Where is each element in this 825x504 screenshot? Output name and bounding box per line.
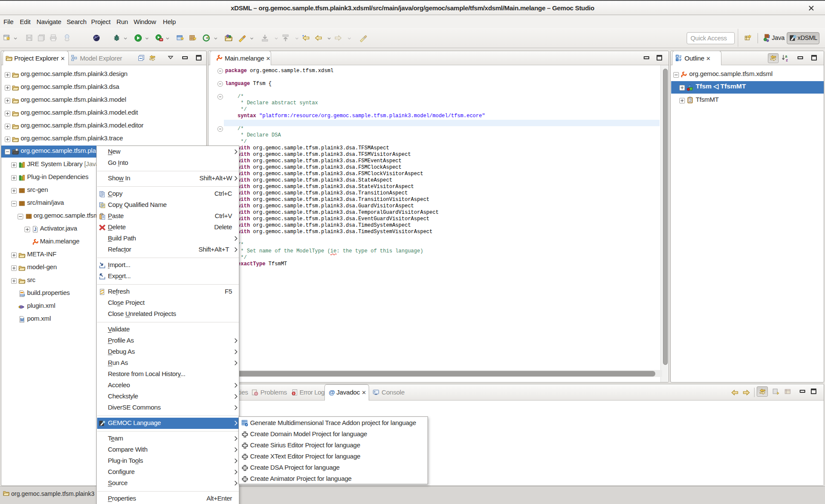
svg-text:z: z: [786, 58, 788, 62]
svg-text:J: J: [768, 34, 770, 39]
